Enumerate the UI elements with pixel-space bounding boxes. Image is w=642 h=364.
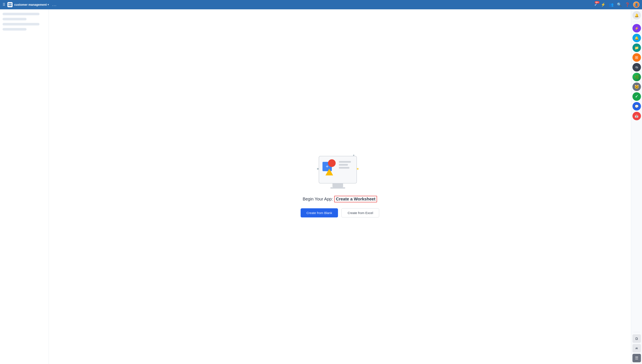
panel-calendar-icon[interactable]: 📅: [632, 112, 641, 120]
monitor-shapes: +: [322, 159, 337, 180]
main-content: +: [49, 9, 631, 364]
skeleton-line-4: [3, 28, 27, 30]
monitor-base: [330, 187, 345, 188]
search-icon[interactable]: 🔍: [617, 2, 622, 7]
skeleton-line-1: [3, 13, 40, 15]
panel-divider-2: [633, 332, 640, 332]
svg-rect-0: [9, 3, 10, 4]
shape-red: [328, 159, 336, 167]
panel-bell-blue-icon[interactable]: 🔔: [632, 34, 641, 42]
monitor-frame: +: [319, 156, 357, 184]
shape-yellow: [326, 169, 333, 176]
panel-page-icon[interactable]: 🗋: [632, 334, 641, 343]
monitor-lines: [339, 159, 354, 180]
panel-ai-button[interactable]: AI: [632, 344, 641, 352]
right-panel: 🔔 ⚡ 🔔 📁 ⊞ 🛍 🌿 🐱 ✓ 💬 📅 🗋 AI ☰: [631, 9, 642, 364]
more-options-button[interactable]: ...: [52, 2, 57, 7]
svg-rect-1: [10, 3, 12, 4]
panel-folder-icon[interactable]: 📁: [632, 44, 641, 52]
panel-nature-avatar[interactable]: 🌿: [632, 73, 641, 81]
svg-rect-2: [9, 5, 10, 6]
dot-left: [317, 168, 319, 170]
user-avatar[interactable]: 👤: [633, 2, 639, 8]
sidebar: [0, 9, 49, 364]
notification-badge: 99+: [595, 1, 599, 4]
panel-lightning-icon[interactable]: ⚡: [632, 24, 641, 32]
sidebar-skeleton: [3, 13, 46, 30]
chevron-down-icon: ▾: [48, 3, 49, 6]
top-nav: ⠿ customer management ▾ ... ✓ 99+ ⚡ 👥 🔍 …: [0, 0, 642, 9]
line-bar-3: [339, 167, 350, 169]
checkmark-icon[interactable]: ✓ 99+: [594, 2, 597, 7]
dot-top-right: [353, 155, 354, 156]
main-layout: +: [0, 9, 642, 364]
action-buttons: Create from Blank Create from Excel: [301, 208, 379, 218]
panel-notification-bell[interactable]: 🔔: [632, 11, 641, 20]
app-title-text: customer management: [14, 3, 47, 6]
nav-icons: ✓ 99+ ⚡ 👥 🔍 ❓ 👤: [594, 2, 639, 8]
monitor-stand: [333, 184, 343, 187]
panel-chat-icon[interactable]: 💬: [632, 102, 641, 110]
lightning-nav-icon[interactable]: ⚡: [601, 2, 605, 7]
panel-bag-icon[interactable]: 🛍: [632, 63, 641, 72]
heading-prefix: Begin Your App:: [303, 197, 333, 202]
center-card: +: [301, 156, 379, 218]
panel-menu-button[interactable]: ☰: [632, 354, 641, 362]
line-bar-1: [339, 161, 351, 163]
grid-icon[interactable]: ⠿: [3, 2, 5, 7]
monitor-content: +: [322, 159, 354, 180]
panel-grid-icon[interactable]: ⊞: [632, 53, 641, 62]
heading-link[interactable]: Create a Worksheet: [334, 196, 377, 202]
dot-right: [357, 168, 359, 170]
line-bar-2: [339, 164, 348, 166]
panel-check-icon[interactable]: ✓: [632, 92, 641, 101]
people-icon[interactable]: 👥: [609, 2, 613, 7]
skeleton-line-3: [3, 23, 40, 26]
illustration: +: [319, 156, 361, 190]
create-from-excel-button[interactable]: Create from Excel: [341, 208, 379, 218]
help-icon[interactable]: ❓: [625, 2, 630, 7]
app-logo: [8, 2, 13, 7]
create-from-blank-button[interactable]: Create from Blank: [301, 208, 338, 218]
panel-bottom: 🗋 AI ☰: [632, 331, 641, 362]
svg-rect-3: [10, 5, 12, 6]
app-title[interactable]: customer management ▾: [8, 2, 49, 7]
panel-cat-avatar[interactable]: 🐱: [632, 82, 641, 91]
skeleton-line-2: [3, 18, 27, 20]
heading-line: Begin Your App: Create a Worksheet: [303, 196, 377, 202]
